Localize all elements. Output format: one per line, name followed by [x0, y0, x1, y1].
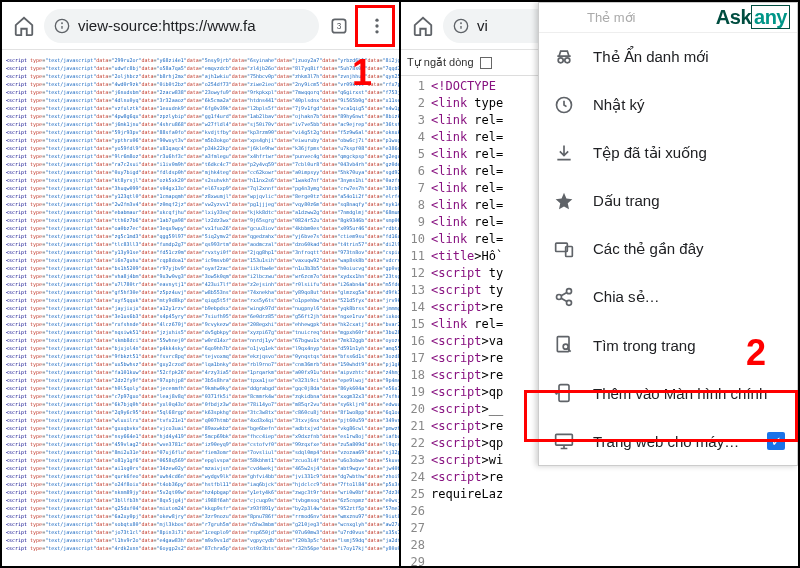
annotation-number-1: 1 [352, 52, 372, 94]
menu-label: Chia sẻ… [593, 288, 660, 306]
svg-point-12 [565, 58, 570, 63]
menu-item-share[interactable]: Chia sẻ… [539, 273, 797, 321]
annotation-number-2: 2 [746, 332, 766, 374]
home-icon[interactable] [6, 8, 42, 44]
share-icon [553, 286, 575, 308]
annotation-box-1 [355, 5, 395, 47]
svg-point-18 [567, 300, 572, 305]
source-view-left: <script type="text/javascript"data="299r… [2, 50, 399, 566]
menu-item-recent-tabs[interactable]: Các thẻ gần đây [539, 225, 797, 273]
svg-point-11 [558, 58, 563, 63]
url-text: vi [477, 17, 488, 34]
left-pane: view-source:https://www.fa 3 <script typ… [2, 2, 401, 566]
menu-label: Tìm trong trang [593, 337, 696, 354]
tab-count-icon[interactable]: 3 [321, 8, 357, 44]
right-pane: vi Tự ngắt dòng 123456789101112131415161… [401, 2, 798, 566]
screenshot-frame: view-source:https://www.fa 3 <script typ… [0, 0, 800, 568]
svg-point-17 [557, 295, 562, 300]
history-icon [553, 94, 575, 116]
wrap-checkbox[interactable] [480, 57, 492, 69]
menu-item-bookmarks[interactable]: Dấu trang [539, 177, 797, 225]
svg-text:3: 3 [337, 21, 342, 31]
menu-item-downloads[interactable]: Tệp đã tải xuống [539, 129, 797, 177]
home-icon[interactable] [405, 8, 441, 44]
menu-item-history[interactable]: Nhật ký [539, 81, 797, 129]
svg-point-16 [567, 289, 572, 294]
star-icon [553, 190, 575, 212]
incognito-icon [553, 46, 575, 68]
menu-label: Nhật ký [593, 96, 645, 114]
menu-item-incognito[interactable]: Thẻ Ẩn danh mới [539, 33, 797, 81]
url-bar[interactable]: view-source:https://www.fa [44, 9, 319, 43]
download-icon [553, 142, 575, 164]
wrap-label: Tự ngắt dòng [407, 56, 474, 69]
askany-logo: Askany [716, 6, 790, 29]
info-icon [453, 18, 469, 34]
devices-icon [553, 238, 575, 260]
annotation-box-2 [524, 390, 798, 442]
toolbar-left: view-source:https://www.fa 3 [2, 2, 399, 50]
menu-label: Thẻ Ẩn danh mới [593, 48, 709, 66]
svg-point-20 [563, 344, 568, 349]
menu-label: Các thẻ gần đây [593, 240, 704, 258]
url-text: view-source:https://www.fa [78, 17, 256, 34]
info-icon [54, 18, 70, 34]
svg-point-2 [62, 23, 63, 24]
svg-point-10 [461, 23, 462, 24]
menu-label: Tệp đã tải xuống [593, 144, 707, 162]
find-icon [553, 334, 575, 356]
menu-label: Dấu trang [593, 192, 660, 210]
line-gutter: 1234567891011121314151617181920212223242… [401, 76, 431, 566]
